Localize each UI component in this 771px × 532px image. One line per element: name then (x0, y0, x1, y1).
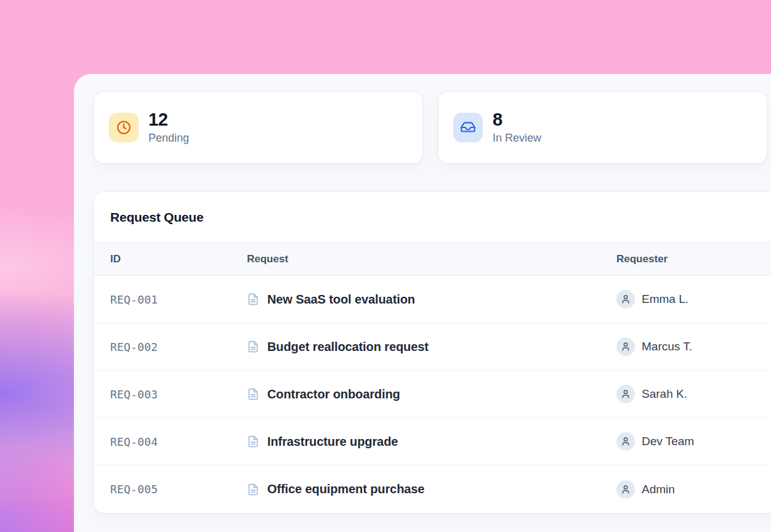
user-avatar-icon (616, 480, 635, 499)
file-text-icon (247, 293, 259, 305)
request-cell: Office equipment purchase (247, 482, 616, 496)
requester-name: Sarah K. (642, 387, 687, 401)
stat-card-pending: 12 Pending (94, 91, 423, 164)
stat-text: 12 Pending (148, 110, 189, 145)
column-header-request: Request (247, 253, 616, 265)
request-cell: Budget reallocation request (247, 340, 616, 354)
request-title: Budget reallocation request (267, 340, 429, 354)
column-header-requester: Requester (616, 253, 771, 265)
stat-label-in-review: In Review (493, 131, 541, 145)
request-title: Office equipment purchase (267, 482, 424, 496)
file-text-icon (247, 483, 259, 496)
request-id: REQ-004 (110, 435, 247, 448)
request-title: New SaaS tool evaluation (267, 292, 415, 307)
main-panel: 12 Pending 8 In Review Request Queue ID … (74, 74, 771, 532)
request-cell: Infrastructure upgrade (247, 435, 616, 449)
table-row[interactable]: REQ-001 New SaaS tool evaluation Emma L. (94, 276, 771, 323)
file-text-icon (247, 388, 259, 400)
requester-name: Dev Team (642, 435, 694, 448)
user-avatar-icon (616, 385, 635, 403)
requester-name: Marcus T. (642, 340, 692, 353)
requester-cell: Emma L. (616, 290, 771, 308)
table-title: Request Queue (110, 210, 203, 225)
request-id: REQ-001 (110, 293, 247, 306)
file-text-icon (247, 341, 259, 353)
request-id: REQ-003 (110, 388, 247, 401)
requester-cell: Admin (616, 480, 771, 499)
stat-label-pending: Pending (148, 131, 189, 145)
table-row[interactable]: REQ-004 Infrastructure upgrade Dev Team (94, 418, 771, 465)
user-avatar-icon (616, 432, 635, 451)
requester-cell: Marcus T. (616, 337, 771, 356)
table-row[interactable]: REQ-005 Office equipment purchase Admin (94, 465, 771, 513)
requester-cell: Sarah K. (616, 385, 771, 403)
request-queue-card: Request Queue ID Request Requester REQ-0… (94, 191, 771, 514)
user-avatar-icon (616, 290, 635, 308)
stat-card-in-review: 8 In Review (438, 91, 767, 164)
request-title: Infrastructure upgrade (267, 435, 398, 449)
request-cell: Contractor onboarding (247, 387, 616, 401)
requester-cell: Dev Team (616, 432, 771, 451)
requester-name: Admin (642, 483, 675, 496)
table-title-row: Request Queue (94, 192, 771, 242)
request-cell: New SaaS tool evaluation (247, 292, 616, 307)
request-title: Contractor onboarding (267, 387, 400, 401)
file-text-icon (247, 435, 259, 448)
stat-value-in-review: 8 (493, 110, 541, 130)
requester-name: Emma L. (642, 292, 688, 306)
desktop-background: { "background": { "base_pink": "#fbaedb"… (0, 0, 771, 532)
stats-row: 12 Pending 8 In Review (94, 91, 771, 164)
request-id: REQ-005 (110, 483, 247, 496)
table-row[interactable]: REQ-003 Contractor onboarding Sarah K. (94, 371, 771, 418)
column-header-id: ID (110, 253, 247, 265)
table-row[interactable]: REQ-002 Budget reallocation request Marc… (94, 323, 771, 371)
user-avatar-icon (616, 337, 635, 356)
stat-value-pending: 12 (148, 110, 189, 130)
request-id: REQ-002 (110, 341, 247, 353)
table-header-row: ID Request Requester (94, 242, 771, 276)
stat-text: 8 In Review (493, 110, 541, 145)
clock-icon (109, 113, 139, 142)
inbox-icon (453, 113, 483, 142)
